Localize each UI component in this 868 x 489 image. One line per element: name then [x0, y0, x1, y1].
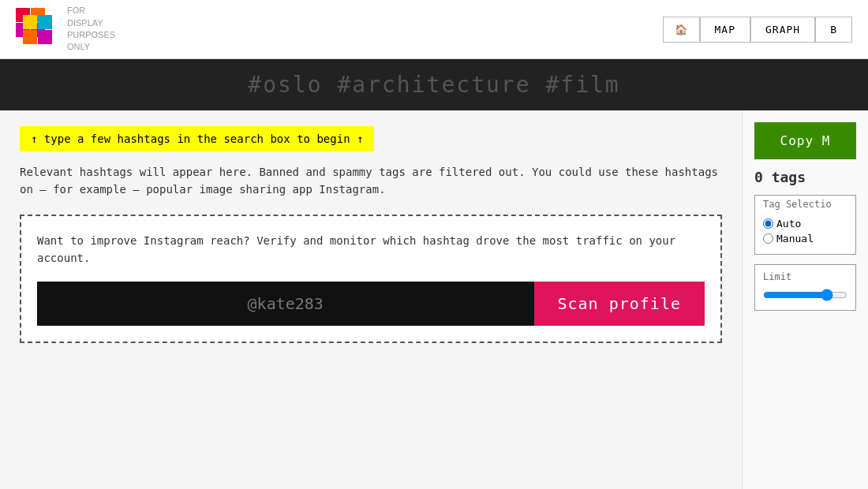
header: FOR DISPLAY PURPOSES ONLY 🏠 MAP GRAPH B: [0, 0, 868, 59]
radio-manual-label: Manual: [776, 233, 814, 244]
tag-selection-legend: Tag Selectio: [763, 199, 847, 210]
nav-home-button[interactable]: 🏠: [663, 17, 700, 43]
profile-input[interactable]: [37, 282, 534, 326]
main-content: ↑ type a few hashtags in the search box …: [0, 110, 868, 489]
nav-buttons: 🏠 MAP GRAPH B: [663, 17, 852, 43]
logo-area: FOR DISPLAY PURPOSES ONLY: [16, 5, 115, 54]
svg-rect-6: [23, 30, 37, 44]
hint-text: ↑ type a few hashtags in the search box …: [31, 133, 363, 145]
left-panel: ↑ type a few hashtags in the search box …: [0, 110, 742, 489]
nav-graph-button[interactable]: GRAPH: [750, 17, 815, 43]
logo-text: FOR DISPLAY PURPOSES ONLY: [67, 5, 115, 54]
home-icon: 🏠: [675, 24, 688, 35]
limit-legend: Limit: [763, 271, 847, 282]
search-input[interactable]: [0, 72, 868, 98]
hint-box: ↑ type a few hashtags in the search box …: [20, 126, 374, 151]
svg-rect-4: [23, 15, 37, 29]
tags-count: 0 tags: [754, 169, 856, 185]
scan-row: Scan profile: [37, 282, 705, 326]
limit-box: Limit: [754, 264, 856, 311]
limit-slider[interactable]: [763, 289, 847, 301]
svg-rect-7: [38, 30, 52, 44]
reach-text: Want to improve Instagram reach? Verify …: [37, 232, 705, 267]
logo-icon: [16, 8, 59, 51]
svg-rect-5: [38, 15, 52, 29]
description-text: Relevant hashtags will appear here. Bann…: [20, 163, 722, 199]
right-panel: Copy M 0 tags Tag Selectio Auto Manual L…: [742, 110, 868, 489]
scan-profile-button[interactable]: Scan profile: [534, 282, 705, 326]
search-bar: [0, 59, 868, 110]
reach-box: Want to improve Instagram reach? Verify …: [20, 215, 722, 343]
radio-auto-option[interactable]: Auto: [763, 218, 847, 230]
nav-map-button[interactable]: MAP: [700, 17, 750, 43]
radio-manual-option[interactable]: Manual: [763, 233, 847, 244]
tag-selection-box: Tag Selectio Auto Manual: [754, 195, 856, 255]
nav-blog-button[interactable]: B: [815, 17, 852, 43]
radio-manual-input[interactable]: [763, 233, 773, 244]
copy-button[interactable]: Copy M: [754, 122, 856, 159]
radio-auto-label: Auto: [776, 218, 801, 230]
radio-auto-input[interactable]: [763, 218, 773, 229]
